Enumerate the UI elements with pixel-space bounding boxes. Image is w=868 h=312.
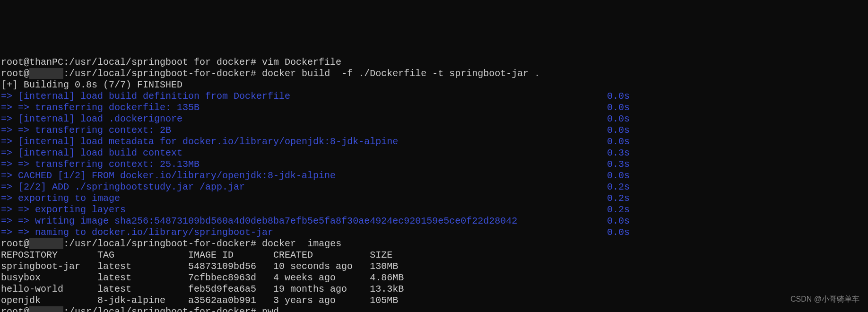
command-1: docker build -f ./Dockerfile -t springbo… (262, 68, 540, 79)
cut-line: root@thanPC:/usr/local/springboot for do… (1, 57, 341, 68)
step-arrow: => (1, 91, 18, 102)
build-step: => => exporting layers0.2s (1, 204, 630, 216)
table-row: springboot-jar latest 54873109bd56 10 se… (1, 261, 398, 272)
prompt-2: root@ :/usr/local/springboot-for-docker# (1, 238, 262, 249)
watermark: CSDN @小哥骑单车 (790, 295, 859, 303)
command-2: docker images (262, 238, 341, 249)
step-text: transferring context: 25.13MB (35, 159, 200, 170)
step-text: [2/2] ADD ./springbootstudy.jar /app.jar (18, 182, 245, 192)
build-step: => [internal] load build definition from… (1, 91, 630, 102)
step-time: 0.0s (607, 227, 630, 238)
images-header: REPOSITORY TAG IMAGE ID CREATED SIZE (1, 250, 392, 260)
step-text: writing image sha256:54873109bd560a4d0de… (35, 216, 517, 226)
build-step: => [internal] load metadata for docker.i… (1, 136, 630, 147)
step-arrow: => (1, 136, 18, 147)
step-arrow: => => (1, 216, 35, 226)
step-arrow: => (1, 182, 18, 192)
build-step: => exporting to image0.2s (1, 193, 630, 204)
step-text: CACHED [1/2] FROM docker.io/library/open… (18, 170, 336, 181)
step-text: [internal] load build context (18, 147, 182, 158)
table-row: openjdk 8-jdk-alpine a3562aa0b991 3 year… (1, 295, 398, 306)
step-arrow: => => (1, 204, 35, 215)
step-arrow: => => (1, 125, 35, 136)
terminal[interactable]: root@thanPC:/usr/local/springboot for do… (0, 45, 868, 312)
table-row: busybox latest 7cfbbec8963d 4 weeks ago … (1, 272, 404, 283)
build-step: => [2/2] ADD ./springbootstudy.jar /app.… (1, 182, 630, 193)
step-text: transferring dockerfile: 135B (35, 102, 200, 113)
build-summary: [+] Building 0.8s (7/7) FINISHED (1, 79, 182, 90)
step-text: transferring context: 2B (35, 125, 171, 136)
build-step: => CACHED [1/2] FROM docker.io/library/o… (1, 170, 630, 182)
step-time: 0.0s (607, 125, 630, 136)
step-arrow: => (1, 193, 18, 204)
build-step: => => transferring context: 25.13MB0.3s (1, 159, 630, 170)
step-time: 0.0s (607, 113, 630, 125)
step-arrow: => => (1, 227, 35, 238)
step-arrow: => (1, 147, 18, 158)
step-text: [internal] load build definition from Do… (18, 91, 290, 102)
build-step: => [internal] load build context0.3s (1, 147, 630, 159)
step-time: 0.0s (607, 170, 630, 182)
step-time: 0.3s (607, 147, 630, 159)
command-3: pwd (262, 306, 279, 312)
step-time: 0.0s (607, 216, 630, 227)
step-time: 0.2s (607, 193, 630, 204)
step-text: exporting layers (35, 204, 126, 215)
prompt-3: root@ :/usr/local/springboot-for-docker# (1, 306, 262, 312)
step-time: 0.2s (607, 182, 630, 193)
step-time: 0.2s (607, 204, 630, 216)
step-arrow: => => (1, 102, 35, 113)
step-arrow: => (1, 170, 18, 181)
step-text: naming to docker.io/library/springboot-j… (35, 227, 273, 238)
step-text: exporting to image (18, 193, 120, 204)
step-arrow: => => (1, 159, 35, 170)
step-text: [internal] load metadata for docker.io/l… (18, 136, 398, 147)
build-step: => => transferring dockerfile: 135B0.0s (1, 102, 630, 113)
prompt-1: root@ :/usr/local/springboot-for-docker# (1, 68, 262, 79)
step-time: 0.0s (607, 91, 630, 102)
build-step: => => writing image sha256:54873109bd560… (1, 216, 630, 227)
build-step: => => transferring context: 2B0.0s (1, 125, 630, 136)
table-row: hello-world latest feb5d9fea6a5 19 month… (1, 284, 404, 295)
step-time: 0.0s (607, 136, 630, 147)
step-time: 0.0s (607, 102, 630, 113)
step-text: [internal] load .dockerignore (18, 113, 182, 124)
step-time: 0.3s (607, 159, 630, 170)
step-arrow: => (1, 113, 18, 124)
build-step: => => naming to docker.io/library/spring… (1, 227, 630, 238)
build-step: => [internal] load .dockerignore0.0s (1, 113, 630, 125)
